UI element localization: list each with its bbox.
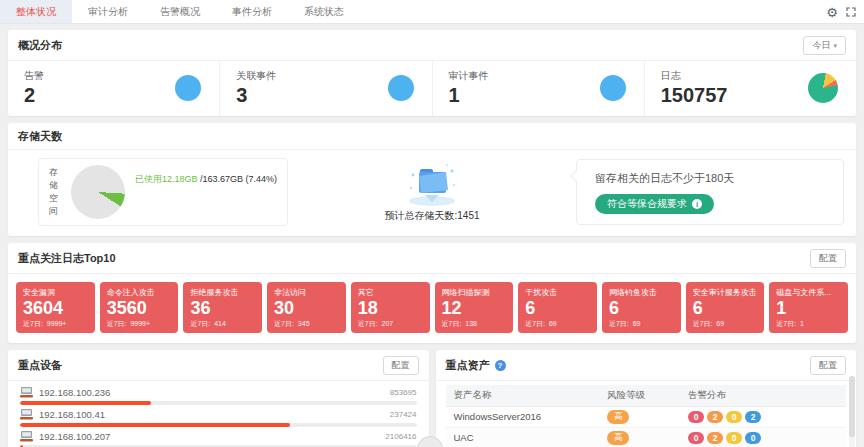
gear-icon[interactable]: ⚙ <box>826 6 838 19</box>
log-card-value: 6 <box>693 298 758 319</box>
risk-badge: 高 <box>607 410 629 424</box>
top-logs-config-button[interactable]: 配置 <box>810 249 846 268</box>
stat-label: 日志 <box>661 69 728 83</box>
blue-circle-icon <box>175 75 201 101</box>
log-card[interactable]: 网络扫描探测 12 近7日: 138 <box>435 282 514 333</box>
date-range-button[interactable]: 今日▾ <box>803 36 846 55</box>
stat-audit-events[interactable]: 审计事件 1 <box>433 61 645 116</box>
log-card-title: 网络扫描探测 <box>442 287 507 298</box>
log-card[interactable]: 拒绝服务攻击 36 近7日: 414 <box>183 282 262 333</box>
device-row[interactable]: 192.168.100.207 2106416 <box>20 427 417 447</box>
stat-alerts[interactable]: 告警 2 <box>8 61 220 116</box>
storage-space-label: 存储空间 <box>49 166 61 218</box>
log-card-value: 1 <box>776 298 841 319</box>
key-assets-title-text: 重点资产 <box>446 358 490 373</box>
log-card-title: 安全审计服务攻击 <box>693 287 758 298</box>
stat-label: 告警 <box>24 69 44 83</box>
alert-badge-low: 0 <box>745 432 761 444</box>
tab-event-analysis[interactable]: 事件分析 <box>216 0 288 23</box>
log-card-title: 网络钓鱼攻击 <box>609 287 674 298</box>
log-card-value: 30 <box>274 298 339 319</box>
compliance-badge-label: 符合等保合规要求 <box>607 197 687 211</box>
storage-section: 存储天数 存储空间 已使用12.18GB /163.67GB (7.44%) <box>8 123 856 236</box>
recent-label: 近7日: <box>358 320 378 327</box>
alert-badge-critical: 0 <box>688 411 704 423</box>
col-asset-name: 资产名称 <box>454 389 608 402</box>
stat-label: 关联事件 <box>236 69 276 83</box>
date-range-label: 今日 <box>812 40 830 50</box>
device-row[interactable]: 192.168.100.236 853695 <box>20 383 417 405</box>
asset-row[interactable]: WindowsServer2016 高 0 2 0 2 <box>446 407 847 428</box>
stat-label: 审计事件 <box>449 69 489 83</box>
key-assets-section: 重点资产 ? 配置 资产名称 风险等级 告警分布 WindowsServer20… <box>436 350 857 447</box>
compliance-badge-button[interactable]: 符合等保合规要求 i <box>595 194 714 214</box>
storage-title: 存储天数 <box>18 129 62 144</box>
bubble-notch <box>570 170 581 181</box>
help-icon[interactable]: ? <box>495 360 506 371</box>
risk-badge: 高 <box>607 431 629 445</box>
key-devices-config-button[interactable]: 配置 <box>383 356 419 375</box>
log-card[interactable]: 命令注入攻击 3560 近7日: 9999+ <box>100 282 179 333</box>
device-row[interactable]: 192.168.100.41 237424 <box>20 405 417 427</box>
tab-alert-overview[interactable]: 告警概况 <box>144 0 216 23</box>
device-icon <box>20 409 33 420</box>
compliance-card: 留存相关的日志不少于180天 符合等保合规要求 i <box>576 159 844 225</box>
recent-value: 1 <box>800 320 804 327</box>
log-card-value: 36 <box>190 298 255 319</box>
recent-value: 9999+ <box>47 320 67 327</box>
key-assets-config-button[interactable]: 配置 <box>810 356 846 375</box>
device-count: 237424 <box>390 410 417 419</box>
tab-audit-analysis[interactable]: 审计分析 <box>72 0 144 23</box>
tab-system-status[interactable]: 系统状态 <box>288 0 360 23</box>
scrollbar-thumb[interactable] <box>849 376 855 437</box>
device-icon <box>20 387 33 398</box>
stat-value: 2 <box>24 85 44 106</box>
log-card[interactable]: 干扰攻击 6 近7日: 69 <box>518 282 597 333</box>
recent-label: 近7日: <box>693 320 713 327</box>
recent-label: 近7日: <box>23 320 43 327</box>
recent-label: 近7日: <box>609 320 629 327</box>
storage-space-card: 存储空间 已使用12.18GB /163.67GB (7.44%) <box>38 158 288 226</box>
alert-badge-low: 2 <box>745 411 761 423</box>
log-card-value: 12 <box>442 298 507 319</box>
log-card[interactable]: 非法访问 30 近7日: 345 <box>267 282 346 333</box>
device-ip: 192.168.100.236 <box>39 387 110 398</box>
stat-logs[interactable]: 日志 150757 <box>645 61 856 116</box>
alert-badges: 0 2 0 2 <box>688 411 838 423</box>
recent-label: 近7日: <box>776 320 796 327</box>
col-alert-distribution: 告警分布 <box>688 389 838 402</box>
overview-section: 概况分布 今日▾ 告警 2 关联事件 3 <box>8 30 856 116</box>
log-card-value: 3560 <box>107 298 172 319</box>
retention-note: 留存相关的日志不少于180天 <box>595 171 825 186</box>
asset-row[interactable]: UAC 高 0 2 0 0 <box>446 428 847 447</box>
log-card[interactable]: 磁盘与文件系... 1 近7日: 1 <box>769 282 848 333</box>
info-icon: i <box>692 199 702 209</box>
asset-name: WindowsServer2016 <box>454 411 608 422</box>
col-risk-level: 风险等级 <box>607 389 688 402</box>
fullscreen-icon[interactable] <box>846 7 856 17</box>
recent-value: 69 <box>549 320 557 327</box>
tab-overall-status[interactable]: 整体状况 <box>0 0 72 23</box>
log-card[interactable]: 网络钓鱼攻击 6 近7日: 69 <box>602 282 681 333</box>
alert-badge-medium: 0 <box>726 411 742 423</box>
overview-title: 概况分布 <box>18 38 62 53</box>
key-devices-section: 重点设备 配置 192.168.100.236 853695 192.168.1… <box>8 350 429 447</box>
folder-illustration-icon <box>403 161 461 207</box>
alert-badge-high: 2 <box>707 432 723 444</box>
log-card-value: 3604 <box>23 298 88 319</box>
top-logs-section: 重点关注日志Top10 配置 安全漏洞 3604 近7日: 9999+ 命令注入… <box>8 243 856 343</box>
stat-correlated-events[interactable]: 关联事件 3 <box>220 61 432 116</box>
alert-badge-medium: 0 <box>726 432 742 444</box>
recent-value: 207 <box>382 320 394 327</box>
log-card-title: 安全漏洞 <box>23 287 88 298</box>
log-card[interactable]: 安全审计服务攻击 6 近7日: 69 <box>686 282 765 333</box>
key-devices-title: 重点设备 <box>18 358 62 373</box>
alert-badge-high: 2 <box>707 411 723 423</box>
log-card-value: 18 <box>358 298 423 319</box>
log-card-title: 非法访问 <box>274 287 339 298</box>
log-card[interactable]: 安全漏洞 3604 近7日: 9999+ <box>16 282 95 333</box>
top-tabbar: 整体状况 审计分析 告警概况 事件分析 系统状态 ⚙ <box>0 0 864 24</box>
log-card[interactable]: 其它 18 近7日: 207 <box>351 282 430 333</box>
log-card-value: 6 <box>525 298 590 319</box>
stat-value: 3 <box>236 85 276 106</box>
